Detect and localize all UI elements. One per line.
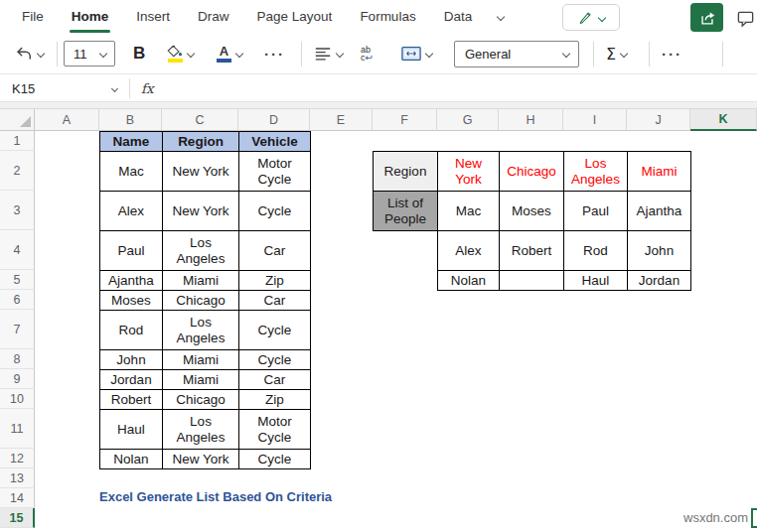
region-label-cell[interactable]: Region: [374, 152, 438, 192]
row-header-11[interactable]: 11: [0, 409, 35, 449]
autosum-button[interactable]: Σ: [606, 34, 627, 73]
cell[interactable]: Robert: [500, 231, 564, 271]
cell[interactable]: Haul: [100, 410, 163, 450]
font-size-select[interactable]: 11: [64, 34, 115, 73]
cell[interactable]: Alex: [438, 231, 500, 271]
cell[interactable]: Haul: [564, 271, 628, 291]
column-header-B[interactable]: B: [99, 109, 162, 131]
row-header-4[interactable]: 4: [0, 230, 35, 270]
column-header-K[interactable]: K: [690, 109, 757, 131]
cell[interactable]: Paul: [564, 192, 628, 231]
column-header-D[interactable]: D: [238, 109, 310, 131]
cell[interactable]: Los Angeles: [163, 231, 239, 271]
cell[interactable]: Mac: [100, 152, 163, 192]
more-toolbar-options-button[interactable]: ···: [662, 34, 682, 73]
column-header-E[interactable]: E: [310, 109, 373, 131]
row-header-6[interactable]: 6: [0, 290, 35, 310]
column-header-J[interactable]: J: [627, 109, 690, 131]
number-format-select[interactable]: General: [454, 34, 579, 73]
row-header-5[interactable]: 5: [0, 270, 35, 290]
column-header-F[interactable]: F: [373, 109, 437, 131]
cell[interactable]: Zip: [239, 271, 311, 291]
tab-insert[interactable]: Insert: [122, 0, 184, 34]
row-header-8[interactable]: 8: [0, 349, 35, 369]
cell[interactable]: Zip: [239, 390, 311, 410]
column-header-G[interactable]: G: [437, 109, 499, 131]
cell[interactable]: Moses: [500, 192, 564, 231]
cell[interactable]: Nolan: [100, 450, 163, 469]
region-header-cell[interactable]: New York: [438, 152, 500, 192]
formula-input[interactable]: [167, 74, 757, 102]
ribbon-more-tabs-button[interactable]: [486, 0, 516, 34]
cell[interactable]: Cycle: [239, 311, 311, 350]
editing-mode-button[interactable]: [562, 4, 620, 31]
cell[interactable]: Chicago: [163, 390, 239, 410]
cell[interactable]: Rod: [100, 311, 163, 350]
region-header-cell[interactable]: Miami: [628, 152, 691, 192]
cell[interactable]: Miami: [163, 370, 239, 390]
column-header-I[interactable]: I: [563, 109, 627, 131]
cell[interactable]: Cycle: [239, 192, 311, 231]
active-cell-selection[interactable]: [751, 508, 757, 528]
bold-button[interactable]: B: [133, 34, 145, 73]
cell[interactable]: Jordan: [628, 271, 691, 291]
row-header-7[interactable]: 7: [0, 310, 35, 349]
cell[interactable]: Ajantha: [100, 271, 163, 291]
cell[interactable]: New York: [163, 450, 239, 469]
column-header-C[interactable]: C: [162, 109, 238, 131]
cell[interactable]: Rod: [564, 231, 628, 271]
cell[interactable]: Miami: [163, 271, 239, 291]
tab-page-layout[interactable]: Page Layout: [243, 0, 347, 34]
cell[interactable]: Alex: [100, 192, 163, 231]
row-header-10[interactable]: 10: [0, 389, 35, 409]
row-header-3[interactable]: 3: [0, 191, 35, 230]
cell[interactable]: John: [628, 231, 691, 271]
cell[interactable]: New York: [163, 192, 239, 231]
cell[interactable]: Cycle: [239, 450, 311, 469]
cell[interactable]: Motor Cycle: [239, 152, 311, 192]
row-header-2[interactable]: 2: [0, 151, 35, 191]
select-all-button[interactable]: [0, 109, 35, 131]
cell[interactable]: Miami: [163, 350, 239, 370]
row-header-14[interactable]: 14: [0, 488, 35, 508]
sheet-grid[interactable]: NameRegionVehicleMacNew YorkMotor CycleA…: [35, 131, 757, 532]
tab-home[interactable]: Home: [58, 0, 123, 34]
cell[interactable]: Car: [239, 291, 311, 311]
cell[interactable]: Jordan: [100, 370, 163, 390]
list-of-people-cell[interactable]: List of People: [374, 192, 438, 231]
row-header-1[interactable]: 1: [0, 131, 35, 151]
name-box[interactable]: K15: [0, 74, 129, 102]
column-header-H[interactable]: H: [499, 109, 563, 131]
row-header-13[interactable]: 13: [0, 468, 35, 488]
cell[interactable]: Cycle: [239, 350, 311, 370]
cell[interactable]: Ajantha: [628, 192, 691, 231]
row-header-9[interactable]: 9: [0, 369, 35, 389]
cell[interactable]: John: [100, 350, 163, 370]
cell[interactable]: New York: [163, 152, 239, 192]
wrap-text-button[interactable]: ab c↩: [361, 34, 373, 73]
fill-color-button[interactable]: [167, 34, 194, 73]
fx-icon[interactable]: fx: [141, 74, 154, 102]
cell[interactable]: Car: [239, 231, 311, 271]
cell[interactable]: Chicago: [163, 291, 239, 311]
share-button[interactable]: [690, 3, 723, 32]
header-cell[interactable]: Region: [163, 132, 239, 152]
empty-cell[interactable]: [374, 271, 438, 291]
cell[interactable]: Moses: [100, 291, 163, 311]
cell[interactable]: Paul: [100, 231, 163, 271]
header-cell[interactable]: Vehicle: [239, 132, 311, 152]
font-color-button[interactable]: A: [217, 34, 242, 73]
column-header-A[interactable]: A: [35, 109, 99, 131]
cell[interactable]: Nolan: [438, 271, 500, 291]
cell[interactable]: [500, 271, 564, 291]
row-header-12[interactable]: 12: [0, 449, 35, 468]
align-button[interactable]: [314, 34, 343, 73]
cell[interactable]: Los Angeles: [163, 311, 239, 350]
empty-cell[interactable]: [374, 231, 438, 271]
region-header-cell[interactable]: Los Angeles: [564, 152, 628, 192]
tab-formulas[interactable]: Formulas: [346, 0, 429, 34]
row-header-15[interactable]: 15: [0, 508, 35, 528]
comments-button[interactable]: [731, 4, 757, 32]
cell[interactable]: Mac: [438, 192, 500, 231]
undo-button[interactable]: [14, 34, 44, 73]
